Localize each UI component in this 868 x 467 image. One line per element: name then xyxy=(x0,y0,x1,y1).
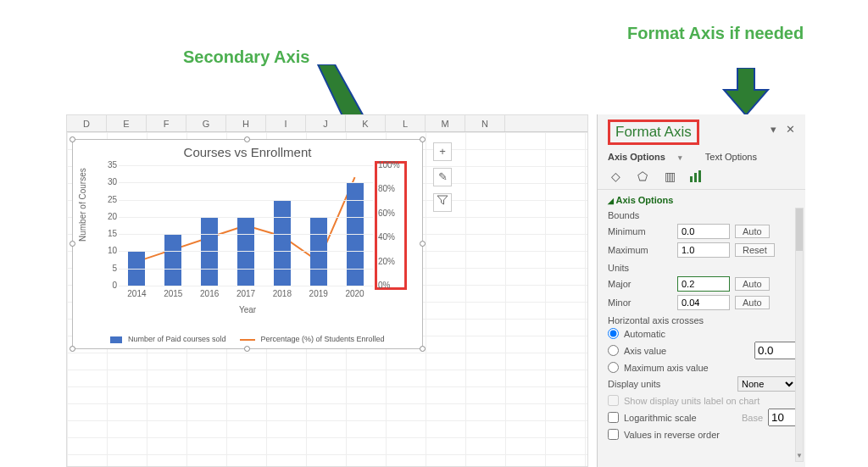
chart-styles-button[interactable]: ✎ xyxy=(433,168,452,186)
chart-legend[interactable]: Number of Paid courses sold Percentage (… xyxy=(73,335,422,343)
y-axis-title[interactable]: Number of Courses xyxy=(78,168,87,242)
display-units-label: Display units xyxy=(608,379,701,389)
funnel-icon xyxy=(437,194,448,206)
major-auto-button[interactable]: Auto xyxy=(735,277,770,291)
col-E[interactable]: E xyxy=(107,115,147,131)
legend-label-line: Percentage (%) of Students Enrolled xyxy=(261,335,385,343)
min-input[interactable] xyxy=(677,224,730,239)
x-tick: 2014 xyxy=(119,289,154,298)
highlight-secondary-axis xyxy=(375,161,407,290)
y-tick: 20 xyxy=(88,212,117,221)
show-units-label-check xyxy=(608,395,619,406)
plot-area[interactable] xyxy=(119,165,373,286)
spreadsheet-area: D E F G H I J K L M N Courses vs Enrollm… xyxy=(66,114,588,467)
chart-handle[interactable] xyxy=(70,346,75,352)
section-axis-options[interactable]: Axis Options xyxy=(608,195,797,205)
chart-handle[interactable] xyxy=(244,346,250,352)
y-tick: 35 xyxy=(88,160,117,170)
x-tick: 2017 xyxy=(228,289,264,298)
min-auto-button[interactable]: Auto xyxy=(735,225,770,238)
col-D[interactable]: D xyxy=(67,115,107,131)
fill-line-icon[interactable]: ◇ xyxy=(608,169,623,184)
x-tick: 2020 xyxy=(337,289,373,298)
hcross-value-radio[interactable] xyxy=(608,345,619,356)
hcross-max-radio[interactable] xyxy=(608,362,619,373)
col-N[interactable]: N xyxy=(465,115,505,131)
svg-rect-3 xyxy=(694,173,697,182)
minor-label: Minor xyxy=(608,297,672,308)
chart-handle[interactable] xyxy=(420,241,426,247)
chart-handle[interactable] xyxy=(70,136,75,142)
chart-filters-button[interactable] xyxy=(433,193,452,212)
col-J[interactable]: J xyxy=(306,115,346,131)
annotation-format-axis: Format Axis if needed xyxy=(627,24,804,43)
pane-scrollbar[interactable]: ▲ ▼ xyxy=(795,208,804,462)
y2-tick: 100% xyxy=(378,160,407,170)
legend-swatch-line xyxy=(240,339,255,341)
chart-handle[interactable] xyxy=(420,346,426,352)
log-scale-check[interactable] xyxy=(608,412,619,423)
size-properties-icon[interactable]: ▥ xyxy=(662,169,677,184)
y2-tick: 60% xyxy=(378,208,407,218)
major-label: Major xyxy=(608,279,672,289)
col-K[interactable]: K xyxy=(346,115,386,131)
x-tick: 2019 xyxy=(301,289,337,298)
minor-input[interactable] xyxy=(677,295,730,310)
svg-marker-1 xyxy=(724,68,768,115)
col-G[interactable]: G xyxy=(186,115,226,131)
chart-handle[interactable] xyxy=(70,241,75,247)
hcross-value-input[interactable] xyxy=(754,342,797,359)
y2-tick: 0% xyxy=(378,281,407,290)
y-tick: 15 xyxy=(88,229,117,238)
x-axis-title[interactable]: Year xyxy=(73,305,422,314)
col-F[interactable]: F xyxy=(147,115,186,131)
chart-elements-button[interactable]: + xyxy=(433,142,452,161)
major-input[interactable] xyxy=(677,276,730,292)
pane-icon-row: ◇ ⬠ ▥ xyxy=(608,169,797,184)
pane-title: Format Axis xyxy=(608,120,699,145)
chart-handle[interactable] xyxy=(244,136,250,142)
max-reset-button[interactable]: Reset xyxy=(735,243,775,257)
pane-close-icon[interactable]: ✕ xyxy=(786,123,795,136)
log-base-label: Base xyxy=(742,413,763,423)
hcross-value-label: Axis value xyxy=(624,346,666,356)
x-tick: 2015 xyxy=(155,289,191,298)
hcross-label: Horizontal axis crosses xyxy=(608,315,797,325)
axis-options-icon[interactable] xyxy=(689,169,704,184)
format-axis-pane: Format Axis ▾ ✕ Axis Options ▾ Text Opti… xyxy=(597,114,805,467)
max-input[interactable] xyxy=(677,242,730,258)
minor-auto-button[interactable]: Auto xyxy=(735,296,770,309)
embedded-chart[interactable]: Courses vs Enrollment Number of Courses … xyxy=(72,139,423,349)
reverse-check[interactable] xyxy=(608,429,619,440)
y-tick: 10 xyxy=(88,246,117,255)
reverse-label: Values in reverse order xyxy=(624,430,720,440)
legend-label-bars: Number of Paid courses sold xyxy=(128,335,226,343)
tab-text-options[interactable]: Text Options xyxy=(705,152,757,162)
bar[interactable] xyxy=(274,200,291,286)
scroll-thumb[interactable] xyxy=(796,208,803,251)
annotation-secondary-axis: Secondary Axis xyxy=(183,47,309,67)
log-scale-label: Logarithmic scale xyxy=(624,413,697,423)
pane-dropdown-icon[interactable]: ▾ xyxy=(771,123,776,136)
tab-axis-options[interactable]: Axis Options ▾ xyxy=(608,152,693,162)
col-I[interactable]: I xyxy=(266,115,306,131)
display-units-select[interactable]: None xyxy=(737,376,797,392)
y2-tick: 20% xyxy=(378,257,407,266)
y-tick: 0 xyxy=(88,281,117,290)
scroll-down-icon[interactable]: ▼ xyxy=(796,451,803,461)
bounds-label: Bounds xyxy=(608,210,797,220)
pane-tabs: Axis Options ▾ Text Options xyxy=(608,152,797,162)
units-label: Units xyxy=(608,263,797,273)
col-M[interactable]: M xyxy=(426,115,465,131)
arrow-format-axis xyxy=(721,68,771,120)
y-tick: 30 xyxy=(88,177,117,186)
chart-title[interactable]: Courses vs Enrollment xyxy=(73,145,422,159)
chart-handle[interactable] xyxy=(420,136,426,142)
col-H[interactable]: H xyxy=(226,115,266,131)
hcross-auto-radio[interactable] xyxy=(608,328,619,339)
bar[interactable] xyxy=(164,234,181,286)
y-tick: 25 xyxy=(88,195,117,204)
effects-icon[interactable]: ⬠ xyxy=(635,169,650,184)
legend-swatch-bar xyxy=(110,336,122,343)
col-L[interactable]: L xyxy=(386,115,426,131)
